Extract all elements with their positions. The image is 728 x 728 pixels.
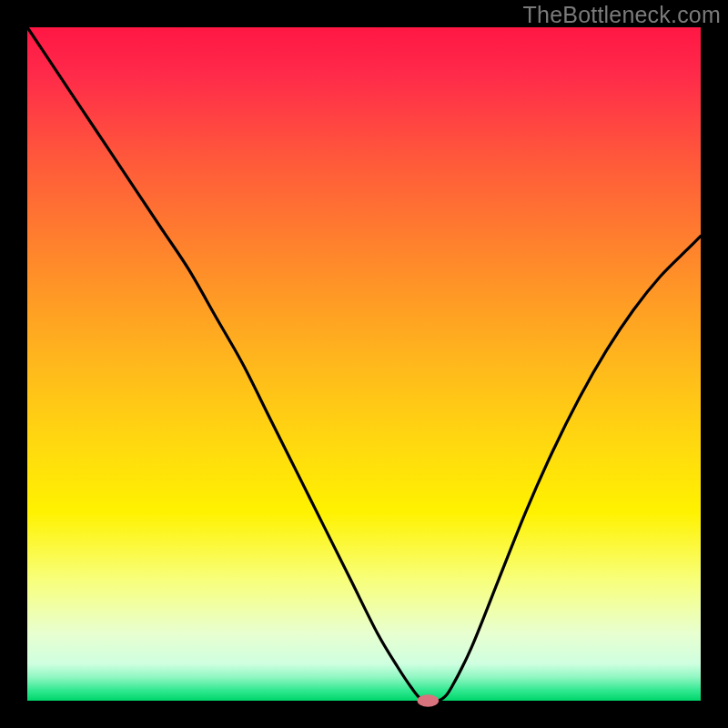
chart-svg	[0, 0, 728, 728]
bottleneck-chart: TheBottleneck.com	[0, 0, 728, 728]
optimal-marker	[417, 694, 439, 706]
watermark-text: TheBottleneck.com	[523, 2, 721, 28]
